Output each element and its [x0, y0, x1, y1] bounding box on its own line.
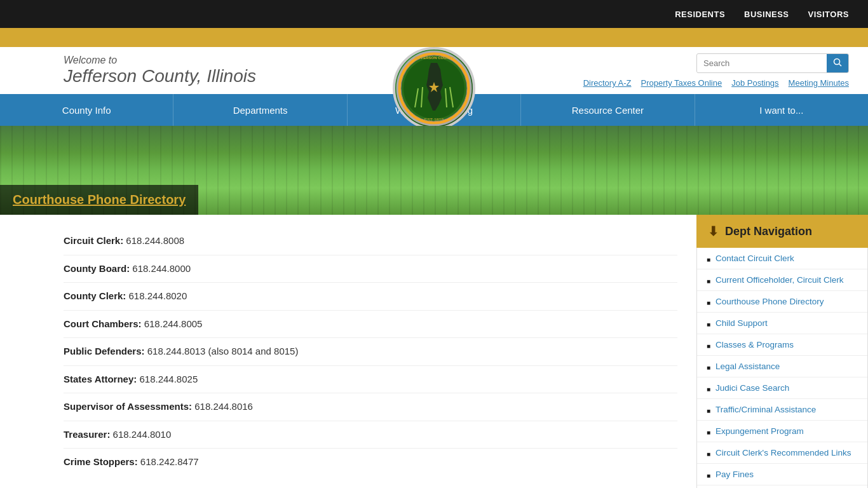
- phone-entry: County Clerk: 618.244.8020: [64, 283, 677, 311]
- svg-line-13: [839, 64, 842, 67]
- header: Welcome to Jefferson County, Illinois ES: [0, 47, 868, 94]
- gold-banner: [0, 28, 868, 47]
- nav-county-info[interactable]: County Info: [0, 94, 173, 126]
- phone-entry: Supervisor of Assessments: 618.244.8016: [64, 393, 677, 421]
- visitors-link[interactable]: VISITORS: [808, 10, 849, 19]
- bullet-icon: ■: [707, 472, 710, 479]
- sidebar-nav-item[interactable]: ■ADA ACCOMMODATIONS: [697, 485, 867, 488]
- content-area: Circuit Clerk: 618.244.8008County Board:…: [0, 215, 868, 488]
- sidebar-nav-item[interactable]: ■Traffic/Criminal Assistance: [697, 399, 867, 421]
- job-postings-link[interactable]: Job Postings: [731, 78, 778, 88]
- sidebar-nav-item[interactable]: ■Circuit Clerk's Recommended Links: [697, 442, 867, 464]
- sidebar-nav-item[interactable]: ■Contact Circuit Clerk: [697, 248, 867, 269]
- property-taxes-link[interactable]: Property Taxes Online: [641, 78, 722, 88]
- bullet-icon: ■: [707, 278, 710, 285]
- sidebar-title: Dept Navigation: [725, 225, 812, 238]
- header-right: Directory A-Z Property Taxes Online Job …: [583, 53, 849, 88]
- sidebar-nav-item[interactable]: ■Classes & Programs: [697, 334, 867, 356]
- phone-entry: Treasurer: 618.244.8010: [64, 421, 677, 449]
- phone-entry: Court Chambers: 618.244.8005: [64, 311, 677, 339]
- top-bar: RESIDENTS BUSINESS VISITORS: [0, 0, 868, 28]
- phone-entry: Crime Stoppers: 618.242.8477: [64, 449, 677, 476]
- search-button[interactable]: [827, 54, 848, 72]
- hero-banner: Courthouse Phone Directory: [0, 126, 868, 215]
- sidebar-nav-item[interactable]: ■Current Officeholder, Circuit Clerk: [697, 269, 867, 291]
- phone-entry: Circuit Clerk: 618.244.8008: [64, 227, 677, 255]
- bullet-icon: ■: [707, 386, 710, 393]
- phone-entry: County Board: 618.244.8000: [64, 255, 677, 283]
- quick-links: Directory A-Z Property Taxes Online Job …: [583, 78, 849, 88]
- bullet-icon: ■: [707, 364, 710, 371]
- bullet-icon: ■: [707, 256, 710, 263]
- phone-entry: Public Defenders: 618.244.8013 (also 801…: [64, 338, 677, 366]
- meeting-minutes-link[interactable]: Meeting Minutes: [789, 78, 849, 88]
- nav-resource-center[interactable]: Resource Center: [521, 94, 695, 126]
- bullet-icon: ■: [707, 321, 710, 328]
- svg-text:JEFFERSON COUNTY: JEFFERSON COUNTY: [414, 56, 454, 60]
- welcome-text: Welcome to: [64, 55, 256, 66]
- business-link[interactable]: BUSINESS: [744, 10, 789, 19]
- sidebar-nav-item[interactable]: ■Judici Case Search: [697, 377, 867, 399]
- sidebar-header: ⬇ Dept Navigation: [696, 215, 868, 248]
- county-logo: EST 1819 JEFFERSON COUNTY: [393, 47, 475, 130]
- sidebar-nav-item[interactable]: ■Expungement Program: [697, 421, 867, 442]
- sidebar-nav-item[interactable]: ■Legal Assistance: [697, 356, 867, 377]
- hero-title: Courthouse Phone Directory: [13, 193, 186, 207]
- logo-container: EST 1819 JEFFERSON COUNTY: [393, 47, 475, 130]
- search-bar[interactable]: [696, 53, 849, 73]
- bullet-icon: ■: [707, 299, 710, 306]
- sidebar: ⬇ Dept Navigation ■Contact Circuit Clerk…: [696, 215, 868, 488]
- county-name: Jefferson County, Illinois: [64, 66, 256, 86]
- bullet-icon: ■: [707, 342, 710, 349]
- dept-nav-icon: ⬇: [708, 224, 719, 239]
- directory-link[interactable]: Directory A-Z: [583, 78, 632, 88]
- site-title: Welcome to Jefferson County, Illinois: [64, 55, 256, 86]
- nav-i-want-to[interactable]: I want to...: [695, 94, 868, 126]
- search-input[interactable]: [697, 55, 827, 72]
- main-content: Circuit Clerk: 618.244.8008County Board:…: [0, 215, 696, 488]
- bullet-icon: ■: [707, 451, 710, 458]
- nav-departments[interactable]: Departments: [173, 94, 347, 126]
- sidebar-nav-item[interactable]: ■Courthouse Phone Directory: [697, 291, 867, 313]
- bullet-icon: ■: [707, 429, 710, 436]
- residents-link[interactable]: RESIDENTS: [675, 10, 725, 19]
- bullet-icon: ■: [707, 407, 710, 414]
- sidebar-nav-item[interactable]: ■Pay Fines: [697, 464, 867, 485]
- phone-entry: States Attorney: 618.244.8025: [64, 366, 677, 394]
- hero-overlay: Courthouse Phone Directory: [0, 185, 198, 215]
- sidebar-nav: ■Contact Circuit Clerk■Current Officehol…: [696, 248, 868, 488]
- phone-directory-list: Circuit Clerk: 618.244.8008County Board:…: [64, 227, 677, 476]
- sidebar-nav-item[interactable]: ■Child Support: [697, 313, 867, 334]
- svg-point-12: [834, 59, 840, 65]
